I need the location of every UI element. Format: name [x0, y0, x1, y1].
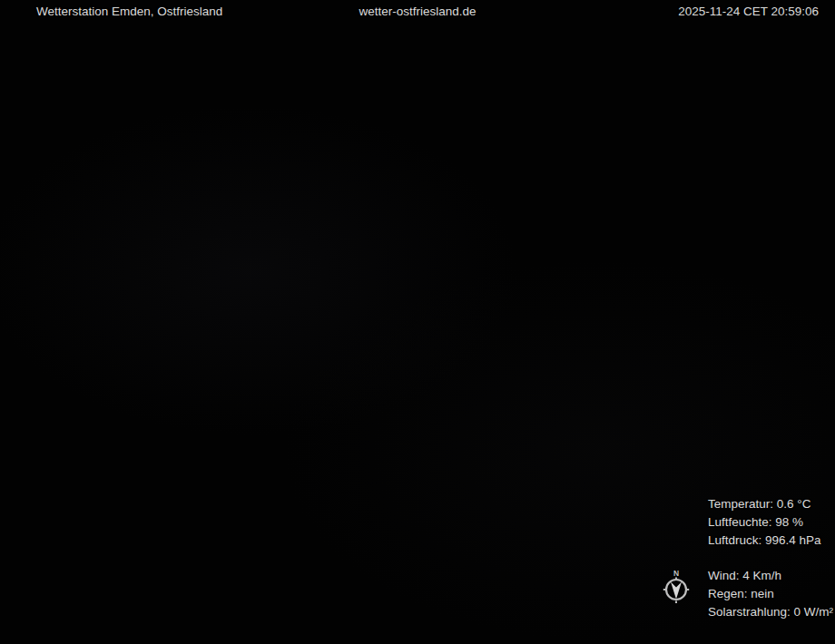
reading-rain: Regen: nein [708, 585, 833, 603]
reading-pressure: Luftdruck: 996.4 hPa [708, 532, 833, 550]
reading-humidity: Luftfeuchte: 98 % [708, 513, 833, 532]
reading-value: nein [751, 587, 774, 600]
webcam-night-image: Wetterstation Emden, Ostfriesland wetter… [0, 0, 835, 644]
wind-direction-compass-icon: N [659, 568, 693, 611]
reading-value: 0 W/m² [794, 605, 834, 619]
reading-value: 0.6 °C [777, 497, 811, 511]
wind-direction-arrow [671, 582, 682, 600]
secondary-readings: Wind: 4 Km/h Regen: nein Solarstrahlung:… [708, 567, 833, 621]
reading-label: Luftdruck: [708, 533, 761, 547]
compass-north-label: N [673, 569, 679, 578]
primary-readings: Temperatur: 0.6 °C Luftfeuchte: 98 % Luf… [708, 495, 833, 550]
reading-value: 996.4 hPa [765, 533, 821, 547]
reading-label: Wind: [708, 569, 740, 582]
reading-label: Regen: [708, 587, 748, 600]
reading-value: 98 % [775, 515, 803, 529]
reading-label: Solarstrahlung: [708, 605, 791, 619]
reading-temperature: Temperatur: 0.6 °C [708, 495, 833, 513]
reading-wind: Wind: 4 Km/h [708, 567, 833, 585]
reading-solar-radiation: Solarstrahlung: 0 W/m² [708, 603, 833, 621]
reading-label: Luftfeuchte: [708, 515, 772, 529]
capture-timestamp: 2025-11-24 CET 20:59:06 [678, 5, 819, 19]
reading-label: Temperatur: [708, 497, 773, 511]
reading-value: 4 Km/h [742, 569, 781, 582]
sensor-data-overlay: Temperatur: 0.6 °C Luftfeuchte: 98 % Luf… [708, 495, 833, 621]
